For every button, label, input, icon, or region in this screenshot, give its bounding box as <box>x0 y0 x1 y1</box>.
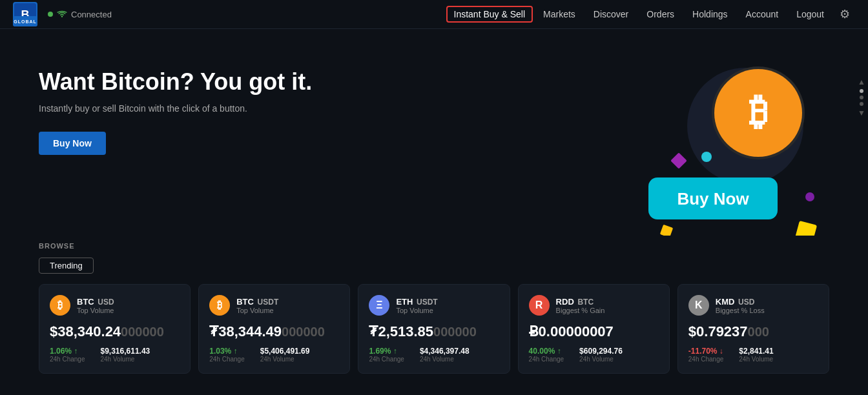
svg-point-14 <box>805 192 814 201</box>
stat-change: -11.70% ↓ 24h Change <box>688 347 724 363</box>
stat-volume: $609,294.76 24h Volume <box>579 347 623 363</box>
coin-icon: R <box>529 295 550 316</box>
trending-tab[interactable]: Trending <box>39 258 94 274</box>
coin-card[interactable]: Ξ ETH USDT Top Volume ₮2,513.85000000 1.… <box>358 284 510 374</box>
hero-section: Want Bitcoin? You got it. Instantly buy … <box>0 29 868 236</box>
coin-info: RDD BTC Biggest % Gain <box>556 297 605 314</box>
svg-rect-15 <box>795 221 817 236</box>
stat-volume: $5,406,491.69 24h Volume <box>260 347 310 363</box>
card-stats: 40.00% ↑ 24h Change $609,294.76 24h Volu… <box>529 347 659 363</box>
card-header: Ξ ETH USDT Top Volume <box>369 295 499 316</box>
coin-pair: KMD USD <box>716 297 765 307</box>
coin-info: KMD USD Biggest % Loss <box>716 297 765 314</box>
logo[interactable]: B GLOBAL <box>13 2 37 26</box>
nav-logout[interactable]: Logout <box>789 6 832 22</box>
connection-label: Connected <box>71 10 112 19</box>
nav-markets[interactable]: Markets <box>535 6 583 22</box>
stat-volume: $4,346,397.48 24h Volume <box>420 347 470 363</box>
card-price: $0.79237000 <box>688 325 818 339</box>
scroll-dot-1 <box>860 89 863 93</box>
coin-icon: ₿ <box>209 295 230 316</box>
svg-point-13 <box>701 152 712 162</box>
card-price: ₮38,344.49000000 <box>209 325 339 339</box>
header: B GLOBAL Connected Instant Buy & Sell Ma… <box>0 0 868 29</box>
hero-content: Want Bitcoin? You got it. Instantly buy … <box>39 68 312 155</box>
settings-icon[interactable]: ⚙ <box>834 7 855 21</box>
nav-account[interactable]: Account <box>738 6 787 22</box>
cards-row: ₿ BTC USD Top Volume $38,340.24000000 1.… <box>39 284 829 374</box>
coin-tag: Top Volume <box>396 307 437 314</box>
hero-illustration: ₿ Buy Now <box>558 42 829 236</box>
coin-tag: Biggest % Loss <box>716 307 765 314</box>
stat-change: 1.06% ↑ 24h Change <box>50 347 85 363</box>
coin-card[interactable]: ₿ BTC USD Top Volume $38,340.24000000 1.… <box>39 284 191 374</box>
card-header: R RDD BTC Biggest % Gain <box>529 295 659 316</box>
nav-instant-buy-sell[interactable]: Instant Buy & Sell <box>446 6 533 23</box>
stat-change: 1.03% ↑ 24h Change <box>209 347 245 363</box>
card-price: ₮2,513.85000000 <box>369 325 499 339</box>
coin-pair: ETH USDT <box>396 297 437 307</box>
stat-volume: $2,841.41 24h Volume <box>739 347 773 363</box>
svg-text:GLOBAL: GLOBAL <box>14 19 37 24</box>
coin-info: BTC USD Top Volume <box>77 297 114 314</box>
hero-svg: ₿ Buy Now <box>558 42 829 236</box>
scroll-dot-2 <box>860 96 863 99</box>
coin-pair: BTC USD <box>77 297 114 307</box>
hero-buy-now-button[interactable]: Buy Now <box>39 132 106 155</box>
card-stats: 1.06% ↑ 24h Change $9,316,611.43 24h Vol… <box>50 347 180 363</box>
svg-rect-16 <box>660 225 674 236</box>
nav-discover[interactable]: Discover <box>586 6 636 22</box>
card-header: ₿ BTC USDT Top Volume <box>209 295 339 316</box>
hero-subtitle: Instantly buy or sell Bitcoin with the c… <box>39 103 312 114</box>
connection-status: Connected <box>48 10 112 19</box>
card-price: $38,340.24000000 <box>50 325 180 339</box>
coin-card[interactable]: ₿ BTC USDT Top Volume ₮38,344.49000000 1… <box>198 284 350 374</box>
card-stats: 1.03% ↑ 24h Change $5,406,491.69 24h Vol… <box>209 347 339 363</box>
coin-tag: Top Volume <box>77 307 114 314</box>
coin-icon: Ξ <box>369 295 389 316</box>
coin-card[interactable]: K KMD USD Biggest % Loss $0.79237000 -11… <box>677 284 829 374</box>
coin-tag: Top Volume <box>236 307 278 314</box>
svg-rect-12 <box>670 152 687 168</box>
coin-info: ETH USDT Top Volume <box>396 297 437 314</box>
main-nav: Instant Buy & Sell Markets Discover Orde… <box>446 6 855 23</box>
card-stats: 1.69% ↑ 24h Change $4,346,397.48 24h Vol… <box>369 347 499 363</box>
svg-text:₿: ₿ <box>749 90 768 132</box>
coin-info: BTC USDT Top Volume <box>236 297 278 314</box>
svg-text:Buy Now: Buy Now <box>677 189 749 208</box>
coin-card[interactable]: R RDD BTC Biggest % Gain Ƀ0.00000007 40.… <box>518 284 670 374</box>
hero-title: Want Bitcoin? You got it. <box>39 68 312 96</box>
header-left: B GLOBAL Connected <box>13 2 112 26</box>
card-price: Ƀ0.00000007 <box>529 325 659 339</box>
svg-point-5 <box>61 15 63 17</box>
scroll-dot-3 <box>860 102 863 106</box>
coin-pair: RDD BTC <box>556 297 605 307</box>
logo-icon: B GLOBAL <box>13 2 37 26</box>
scrollbar-area: ▲ ▼ <box>858 77 865 117</box>
nav-orders[interactable]: Orders <box>639 6 682 22</box>
connection-dot <box>48 12 53 17</box>
browse-label: BROWSE <box>39 242 829 250</box>
card-header: ₿ BTC USD Top Volume <box>50 295 180 316</box>
coin-pair: BTC USDT <box>236 297 278 307</box>
browse-section: BROWSE Trending ₿ BTC USD Top Volume $38… <box>0 236 868 387</box>
coin-icon: K <box>688 295 709 316</box>
stat-volume: $9,316,611.43 24h Volume <box>101 347 150 363</box>
card-stats: -11.70% ↓ 24h Change $2,841.41 24h Volum… <box>688 347 818 363</box>
wifi-icon <box>57 10 67 18</box>
stat-change: 1.69% ↑ 24h Change <box>369 347 404 363</box>
scroll-up-arrow: ▲ <box>858 77 865 86</box>
coin-tag: Biggest % Gain <box>556 307 605 314</box>
scroll-down-arrow: ▼ <box>858 108 865 117</box>
card-header: K KMD USD Biggest % Loss <box>688 295 818 316</box>
coin-icon: ₿ <box>50 295 70 316</box>
stat-change: 40.00% ↑ 24h Change <box>529 347 564 363</box>
nav-holdings[interactable]: Holdings <box>685 6 735 22</box>
